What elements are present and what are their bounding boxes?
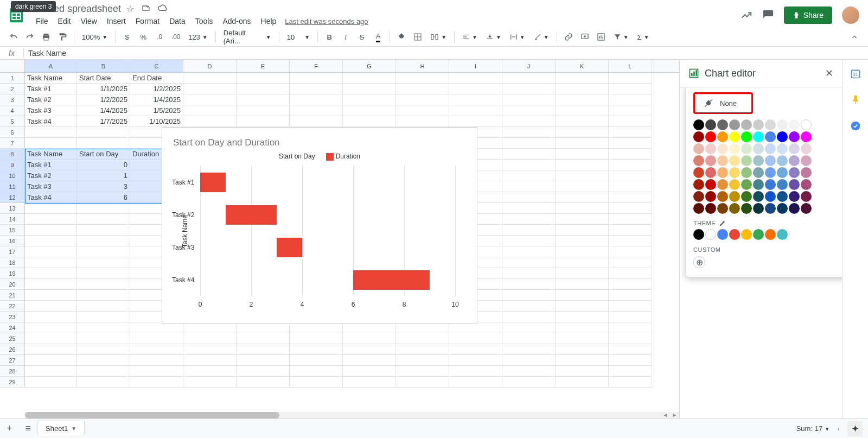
user-avatar[interactable] [842, 7, 859, 24]
fill-color-button[interactable] [394, 30, 409, 44]
color-swatch[interactable] [789, 203, 800, 214]
cell[interactable] [449, 366, 502, 377]
star-icon[interactable]: ☆ [126, 4, 134, 14]
cell[interactable] [396, 333, 449, 344]
row-header-29[interactable]: 29 [0, 377, 25, 388]
cell[interactable] [183, 73, 237, 84]
cell[interactable] [77, 236, 130, 246]
sheet-area[interactable]: ABCDEFGHIJKL 1Task NameStart DateEnd Dat… [0, 60, 679, 418]
cell[interactable] [396, 84, 449, 94]
row-header-8[interactable]: 8 [0, 149, 25, 160]
color-swatch[interactable] [705, 179, 716, 190]
col-header-A[interactable]: A [25, 60, 77, 72]
comment-icon[interactable] [762, 9, 774, 21]
color-swatch[interactable] [753, 191, 764, 202]
cell[interactable] [396, 116, 449, 127]
cell[interactable] [449, 377, 502, 388]
cell[interactable] [25, 138, 77, 149]
row-header-19[interactable]: 19 [0, 268, 25, 279]
cell[interactable] [609, 170, 652, 181]
wrap-button[interactable]: ▼ [507, 30, 528, 44]
cell[interactable] [343, 84, 396, 94]
color-swatch[interactable] [717, 155, 728, 166]
cell[interactable] [502, 366, 556, 377]
paint-format-button[interactable] [55, 30, 69, 44]
cell[interactable] [25, 268, 77, 279]
cell[interactable] [556, 94, 609, 105]
cell[interactable] [130, 333, 183, 344]
cell[interactable]: 1/7/2025 [77, 116, 130, 127]
color-swatch[interactable] [717, 119, 728, 130]
color-swatch[interactable] [705, 167, 716, 178]
row-header-9[interactable]: 9 [0, 160, 25, 170]
cell[interactable] [25, 355, 77, 366]
col-header-H[interactable]: H [396, 60, 449, 72]
color-swatch[interactable] [789, 155, 800, 166]
menu-edit[interactable]: Edit [54, 16, 75, 27]
cell[interactable] [609, 355, 652, 366]
cell[interactable] [502, 127, 556, 138]
color-swatch[interactable] [693, 191, 704, 202]
cell[interactable] [237, 94, 290, 105]
currency-button[interactable]: $ [120, 30, 134, 44]
cell[interactable] [609, 236, 652, 246]
cell[interactable] [77, 312, 130, 322]
trend-icon[interactable] [741, 9, 752, 21]
text-color-button[interactable]: A [371, 30, 385, 44]
cell[interactable] [183, 366, 237, 377]
decrease-decimal-button[interactable]: .0 [152, 30, 167, 44]
row-header-22[interactable]: 22 [0, 301, 25, 312]
color-swatch[interactable] [741, 119, 752, 130]
row-header-20[interactable]: 20 [0, 279, 25, 290]
cell[interactable] [502, 192, 556, 203]
cell[interactable] [130, 322, 183, 333]
menu-tools[interactable]: Tools [191, 16, 218, 27]
scroll-right-button[interactable]: ► [670, 412, 679, 418]
color-swatch[interactable] [801, 191, 812, 202]
row-header-17[interactable]: 17 [0, 246, 25, 257]
color-swatch[interactable] [753, 167, 764, 178]
menu-data[interactable]: Data [165, 16, 190, 27]
row-header-11[interactable]: 11 [0, 181, 25, 192]
color-swatch[interactable] [801, 179, 812, 190]
cell[interactable] [77, 377, 130, 388]
cell[interactable] [556, 181, 609, 192]
cell[interactable] [502, 84, 556, 94]
color-swatch[interactable] [741, 191, 752, 202]
cell[interactable] [77, 257, 130, 268]
cell[interactable] [343, 355, 396, 366]
menu-add-ons[interactable]: Add-ons [218, 16, 255, 27]
color-swatch[interactable] [765, 167, 776, 178]
cell[interactable] [77, 214, 130, 225]
color-swatch[interactable] [789, 191, 800, 202]
cell[interactable] [609, 84, 652, 94]
color-swatch[interactable] [717, 167, 728, 178]
cell[interactable] [290, 105, 343, 116]
color-swatch[interactable] [765, 119, 776, 130]
cell[interactable] [25, 127, 77, 138]
bar-task4[interactable] [353, 270, 430, 290]
cell[interactable] [449, 94, 502, 105]
cell[interactable]: 1/4/2025 [77, 105, 130, 116]
color-swatch[interactable] [753, 143, 764, 154]
color-swatch[interactable] [801, 119, 812, 130]
color-swatch[interactable] [717, 131, 728, 142]
color-swatch[interactable] [753, 179, 764, 190]
row-header-26[interactable]: 26 [0, 344, 25, 355]
cell[interactable] [290, 116, 343, 127]
color-swatch[interactable] [729, 179, 740, 190]
cell[interactable] [396, 94, 449, 105]
cell[interactable] [609, 366, 652, 377]
cell[interactable] [343, 73, 396, 84]
move-icon[interactable] [142, 4, 150, 14]
cell[interactable]: Task #4 [25, 116, 77, 127]
redo-button[interactable] [23, 30, 37, 44]
cell[interactable] [502, 301, 556, 312]
cell[interactable] [290, 73, 343, 84]
calendar-icon[interactable]: 31 [850, 68, 861, 79]
cell[interactable] [502, 279, 556, 290]
cell[interactable] [396, 366, 449, 377]
cell[interactable] [502, 312, 556, 322]
cell[interactable] [343, 377, 396, 388]
cell[interactable] [25, 279, 77, 290]
